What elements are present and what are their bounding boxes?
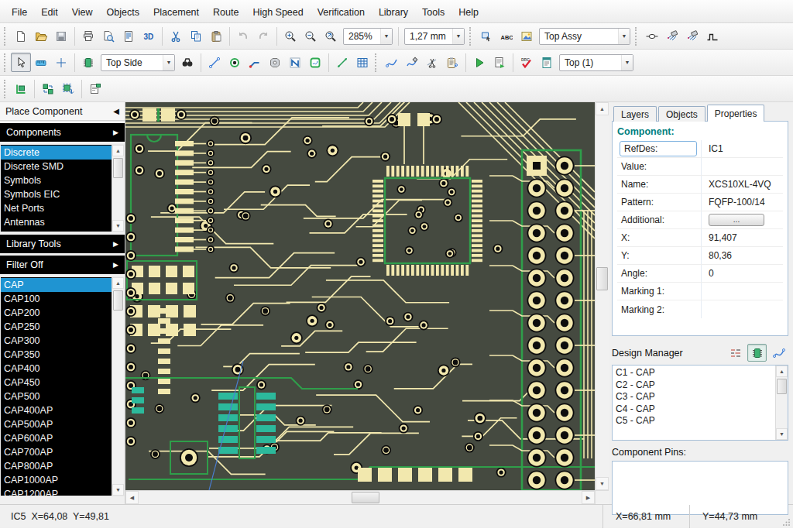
menu-item[interactable]: Route (206, 4, 245, 21)
marking2-value[interactable] (701, 300, 783, 318)
pattern-item[interactable]: CAP200 (1, 306, 112, 320)
angle-value[interactable]: 0 (701, 265, 783, 282)
autoroute-button[interactable] (285, 53, 305, 72)
design-manager-item[interactable]: C1 - CAP (616, 367, 775, 379)
refdes-value[interactable]: IC1 (701, 140, 783, 157)
drc-check-button[interactable]: DRC (517, 53, 537, 72)
edit-traces-button[interactable] (382, 53, 402, 72)
menu-item[interactable]: View (65, 4, 100, 21)
redo-button[interactable] (253, 26, 273, 46)
place-line-button[interactable] (204, 53, 225, 72)
y-value[interactable]: 80,36 (701, 247, 783, 264)
resize-grip[interactable] (782, 505, 793, 528)
component-statistics-button[interactable] (11, 79, 31, 98)
signal-integrity-button[interactable] (702, 26, 723, 46)
place-shape-button[interactable] (476, 26, 496, 46)
component-group-item[interactable]: Net Ports (1, 201, 112, 215)
scroll-down-icon[interactable]: ▼ (112, 220, 124, 232)
update-selected-button[interactable] (58, 79, 78, 98)
component-group-item[interactable]: Discrete SMD (1, 160, 112, 173)
drc-report-button[interactable] (537, 53, 557, 72)
net-list-button[interactable] (442, 53, 462, 72)
toolbar-drag-handle[interactable] (4, 27, 8, 46)
menu-item[interactable]: Placement (146, 4, 206, 21)
pattern-item[interactable]: CAP250 (1, 320, 112, 334)
pattern-item[interactable]: CAP (1, 278, 112, 292)
panel-tab[interactable]: Objects (658, 106, 705, 122)
pattern-value[interactable]: FQFP-100/14 (701, 194, 783, 211)
design-manager-item[interactable]: C2 - CAP (616, 379, 775, 392)
menu-item[interactable]: File (5, 4, 34, 21)
scrollbar-thumb[interactable] (596, 267, 608, 290)
component-properties-button[interactable] (85, 79, 105, 98)
pattern-item[interactable]: CAP700AP (1, 445, 112, 459)
place-picture-button[interactable] (517, 26, 537, 46)
chevron-down-icon[interactable]: ▼ (621, 55, 633, 70)
name-value[interactable]: XCS10XL-4VQ (701, 176, 783, 193)
pattern-item[interactable]: CAP300 (1, 334, 112, 348)
toolbar-drag-handle[interactable] (4, 53, 8, 72)
pattern-item[interactable]: CAP500AP (1, 417, 112, 431)
grid-step-combo[interactable]: 1,27 mm▼ (404, 28, 465, 45)
pattern-item[interactable]: CAP400AP (1, 403, 112, 417)
place-via-button[interactable] (225, 53, 245, 72)
pattern-item[interactable]: CAP1200AP (1, 487, 112, 496)
menu-item[interactable]: Library (372, 4, 415, 21)
additional-button[interactable]: ... (709, 214, 764, 226)
zoom-in-button[interactable] (280, 26, 300, 46)
canvas-vertical-scrollbar[interactable]: ▲ ▼ (596, 102, 609, 490)
save-file-button[interactable] (51, 26, 71, 46)
zoom-out-button[interactable] (300, 26, 321, 46)
select-tool-button[interactable] (11, 53, 31, 72)
component-group-item[interactable]: Symbols (1, 173, 112, 187)
pattern-item[interactable]: CAP450 (1, 376, 112, 390)
pattern-item[interactable]: CAP100 (1, 292, 112, 306)
panel-tab[interactable]: Properties (707, 105, 765, 122)
scroll-down-icon[interactable]: ▼ (112, 484, 124, 496)
net-classes-button[interactable] (642, 26, 662, 46)
fanout-selected-button[interactable] (682, 26, 702, 46)
value-value[interactable] (701, 158, 783, 175)
pattern-item[interactable]: CAP350 (1, 348, 112, 362)
canvas-horizontal-scrollbar[interactable]: ◀ ▶ (125, 490, 595, 504)
paste-button[interactable] (206, 26, 226, 46)
assembly-layer-combo[interactable]: Top Assy▼ (539, 28, 630, 45)
pattern-item[interactable]: CAP400 (1, 362, 112, 376)
design-manager-item[interactable]: C5 - CAP (616, 415, 775, 427)
x-value[interactable]: 91,407 (701, 229, 783, 246)
print-button[interactable] (78, 26, 98, 46)
toolbar-drag-handle[interactable] (469, 27, 473, 46)
copy-button[interactable] (186, 26, 206, 46)
titles-button[interactable] (118, 26, 139, 46)
design-manager-nets-button[interactable] (726, 344, 745, 362)
scroll-up-icon[interactable]: ▲ (112, 277, 124, 289)
chevron-down-icon[interactable]: ▼ (618, 29, 630, 44)
pattern-item[interactable]: CAP500 (1, 390, 112, 403)
scroll-left-icon[interactable]: ◀ (125, 491, 139, 504)
zoom-window-button[interactable] (321, 26, 341, 46)
marking1-value[interactable] (701, 283, 783, 300)
scrollbar-thumb[interactable] (352, 492, 379, 503)
chevron-down-icon[interactable]: ▼ (380, 29, 392, 44)
menu-item[interactable]: Help (451, 4, 486, 21)
refdes-label[interactable]: RefDes: (620, 141, 697, 156)
design-manager-item[interactable]: C3 - CAP (616, 391, 775, 403)
menu-item[interactable]: High Speed (245, 4, 310, 21)
design-manager-routes-button[interactable] (769, 344, 788, 362)
menu-item[interactable]: Tools (415, 4, 451, 21)
library-tools-section-bar[interactable]: Library Tools ▶ (0, 235, 125, 253)
new-file-button[interactable] (11, 26, 31, 46)
preview-3d-button[interactable]: 3D (139, 26, 159, 46)
chevron-down-icon[interactable]: ▼ (163, 55, 174, 70)
filter-section-bar[interactable]: Filter Off ▶ (0, 256, 125, 274)
scroll-up-icon[interactable]: ▲ (112, 145, 124, 156)
route-report-button[interactable] (489, 53, 510, 72)
edit-trace-segment-button[interactable] (402, 53, 422, 72)
menu-item[interactable]: Edit (34, 4, 65, 21)
grid-table-button[interactable] (352, 53, 372, 72)
menu-item[interactable]: Verification (311, 4, 372, 21)
pattern-item[interactable]: CAP1000AP (1, 473, 112, 487)
copper-pour-button[interactable] (305, 53, 325, 72)
find-button[interactable] (177, 53, 197, 72)
undo-button[interactable] (233, 26, 253, 46)
